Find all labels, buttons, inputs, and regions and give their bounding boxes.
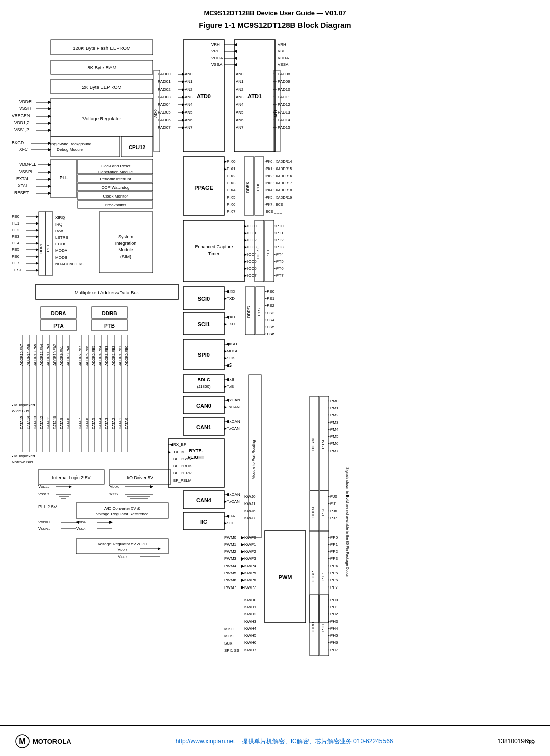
svg-text:PTM: PTM: [321, 440, 325, 449]
svg-text:DDRT: DDRT: [256, 248, 260, 259]
svg-text:AD1: AD1: [273, 109, 278, 118]
svg-rect-70: [46, 212, 53, 275]
svg-text:KWP7: KWP7: [244, 585, 256, 590]
svg-text:128K Byte Flash EEPROM: 128K Byte Flash EEPROM: [73, 45, 131, 51]
svg-text:XFC: XFC: [19, 147, 28, 152]
svg-text:KWH0: KWH0: [244, 598, 257, 602]
svg-text:PE7: PE7: [12, 261, 20, 265]
svg-text:SS̄: SS̄: [227, 363, 232, 368]
svg-text:PTP: PTP: [321, 573, 325, 581]
footer-service-text: 提供单片机解密、IC解密、芯片解密业务 010-62245566: [242, 738, 393, 745]
svg-text:IOC5: IOC5: [247, 259, 257, 264]
svg-text:A/D Converter 5V &: A/D Converter 5V &: [104, 506, 141, 511]
svg-text:←: ←: [272, 94, 278, 99]
svg-text:ECS _ _ _: ECS _ _ _: [266, 210, 282, 214]
svg-text:↔: ↔: [273, 230, 278, 235]
svg-text:AN1: AN1: [185, 79, 193, 84]
svg-text:PWM2: PWM2: [224, 549, 237, 554]
svg-text:↔: ↔: [264, 317, 269, 322]
svg-text:PK5 ; XADDR19: PK5 ; XADDR19: [266, 195, 292, 199]
svg-text:↔: ↔: [327, 640, 332, 645]
svg-text:KWH5: KWH5: [244, 633, 257, 638]
svg-text:M: M: [19, 737, 25, 746]
footer-link[interactable]: http://www.xinpian.net: [176, 738, 235, 745]
svg-text:System: System: [118, 234, 133, 239]
svg-text:↔: ↔: [273, 237, 278, 242]
svg-text:RxCAN: RxCAN: [227, 398, 240, 402]
svg-text:KWP2: KWP2: [244, 549, 256, 554]
svg-text:PTH: PTH: [321, 624, 325, 632]
svg-text:KWH1: KWH1: [244, 605, 257, 609]
svg-text:AN6: AN6: [236, 118, 244, 122]
svg-text:VDDPLL: VDDPLL: [19, 162, 36, 167]
svg-text:←: ←: [272, 86, 278, 92]
svg-text:RxB: RxB: [227, 377, 234, 382]
svg-text:PWM7: PWM7: [224, 585, 237, 590]
svg-text:↔: ↔: [327, 427, 332, 432]
svg-text:PK1 ; XADDR15: PK1 ; XADDR15: [266, 167, 292, 171]
svg-text:BYTE-: BYTE-: [189, 448, 203, 453]
svg-text:VRL: VRL: [278, 49, 286, 53]
svg-text:IOC2: IOC2: [247, 238, 257, 242]
svg-text:MOSI: MOSI: [227, 349, 237, 353]
svg-text:↔: ↔: [264, 202, 268, 207]
svg-text:AN1: AN1: [236, 79, 244, 84]
svg-text:PWM3: PWM3: [224, 556, 237, 561]
svg-text:↔: ↔: [327, 434, 332, 439]
page: MC9S12DT128B Device User Guide — V01.07 …: [0, 0, 550, 756]
svg-text:VSSR: VSSR: [118, 554, 127, 559]
svg-text:↔: ↔: [327, 619, 332, 624]
svg-text:PWM: PWM: [279, 574, 292, 580]
svg-text:2K Byte EEPROM: 2K Byte EEPROM: [82, 84, 121, 90]
svg-text:Generation Module: Generation Module: [98, 170, 133, 174]
svg-text:DDRK: DDRK: [245, 181, 250, 193]
svg-text:LSTRB: LSTRB: [55, 235, 68, 240]
svg-text:PS7: PS7: [267, 332, 275, 337]
svg-text:BKGD: BKGD: [12, 140, 24, 145]
svg-text:TxCAN: TxCAN: [227, 405, 240, 409]
svg-text:PIX0: PIX0: [227, 159, 236, 164]
page-footer: M MOTOROLA http://www.xinpian.net 提供单片机解…: [0, 725, 550, 756]
svg-text:IOC0: IOC0: [247, 223, 257, 228]
svg-text:PK4 ; XADDR18: PK4 ; XADDR18: [266, 188, 292, 192]
svg-text:PAD14: PAD14: [278, 118, 290, 122]
svg-text:DDRB: DDRB: [102, 311, 117, 316]
svg-text:DDRJ: DDRJ: [311, 507, 315, 517]
svg-text:↔: ↔: [327, 419, 332, 425]
svg-text:IIC: IIC: [200, 519, 207, 525]
svg-text:KWH6: KWH6: [244, 640, 257, 645]
svg-text:• Multiplexed: • Multiplexed: [12, 403, 35, 407]
svg-text:↔: ↔: [273, 251, 278, 257]
svg-text:MISO: MISO: [227, 342, 237, 346]
svg-text:PTJ: PTJ: [321, 509, 325, 516]
page-number: 19: [528, 738, 535, 746]
svg-text:SCL: SCL: [227, 521, 235, 525]
svg-text:↔: ↔: [264, 303, 269, 308]
svg-text:↔: ↔: [327, 448, 332, 453]
svg-text:↔: ↔: [327, 549, 332, 554]
svg-text:PAD12: PAD12: [278, 102, 290, 107]
svg-text:CPU12: CPU12: [129, 145, 146, 150]
svg-text:←: ←: [272, 101, 278, 107]
svg-text:IOC7: IOC7: [247, 273, 257, 278]
svg-text:Narrow Bus: Narrow Bus: [12, 460, 33, 464]
svg-text:KWH7: KWH7: [244, 648, 257, 652]
svg-text:PTB: PTB: [104, 323, 115, 329]
svg-text:Voltage Regulator 5V & I/O: Voltage Regulator 5V & I/O: [98, 542, 147, 546]
svg-text:RXD: RXD: [227, 315, 235, 319]
svg-text:PTA: PTA: [53, 323, 63, 329]
svg-text:PE3: PE3: [12, 234, 20, 239]
svg-text:AN3: AN3: [185, 95, 193, 99]
svg-text:BF_PSYN: BF_PSYN: [173, 457, 192, 461]
svg-text:SPI0: SPI0: [198, 352, 210, 358]
svg-text:↔: ↔: [273, 259, 278, 264]
svg-text:KWP0: KWP0: [244, 535, 256, 540]
svg-text:PIX7: PIX7: [227, 209, 236, 214]
svg-text:KWJ6: KWJ6: [244, 509, 256, 513]
svg-text:PK0 ; XADDR14: PK0 ; XADDR14: [266, 160, 292, 163]
svg-text:VDDX: VDDX: [109, 484, 119, 489]
svg-text:↔: ↔: [264, 166, 268, 171]
svg-text:DDRA: DDRA: [51, 311, 66, 316]
svg-text:SCK: SCK: [227, 356, 235, 360]
svg-text:RxCAN: RxCAN: [227, 419, 240, 424]
